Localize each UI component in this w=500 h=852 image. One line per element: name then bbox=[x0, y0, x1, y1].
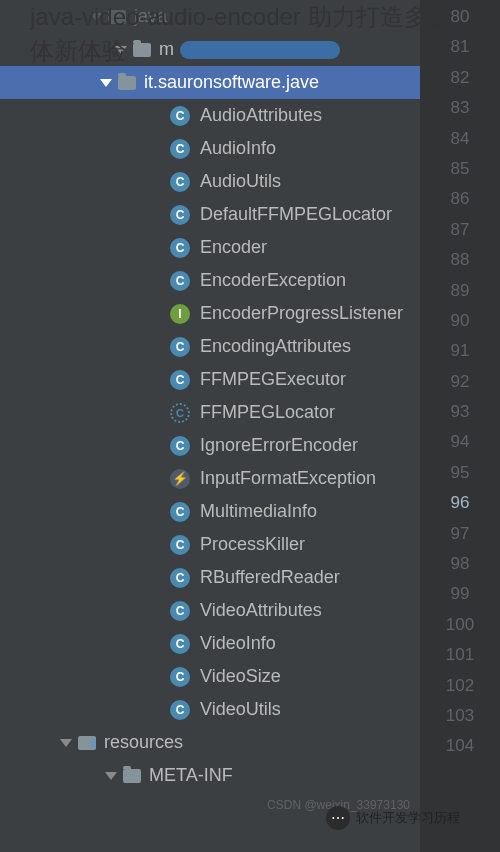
class-icon: C bbox=[170, 568, 190, 588]
folder-label: resources bbox=[104, 732, 183, 753]
class-label: DefaultFFMPEGLocator bbox=[200, 204, 392, 225]
class-label: InputFormatException bbox=[200, 468, 376, 489]
tree-class-item[interactable]: IEncoderProgressListener bbox=[0, 297, 420, 330]
class-label: ProcessKiller bbox=[200, 534, 305, 555]
class-icon: C bbox=[170, 535, 190, 555]
class-label: VideoInfo bbox=[200, 633, 276, 654]
line-number: 85 bbox=[420, 154, 500, 184]
class-icon: C bbox=[170, 436, 190, 456]
line-number: 82 bbox=[420, 63, 500, 93]
line-number: 84 bbox=[420, 124, 500, 154]
line-number: 89 bbox=[420, 276, 500, 306]
folder-label: META-INF bbox=[149, 765, 233, 786]
tree-class-item[interactable]: CFFMPEGLocator bbox=[0, 396, 420, 429]
class-icon: C bbox=[170, 172, 190, 192]
line-number: 92 bbox=[420, 367, 500, 397]
folder-icon bbox=[123, 769, 141, 783]
exception-icon: ⚡ bbox=[170, 469, 190, 489]
wechat-label: 软件开发学习历程 bbox=[356, 809, 460, 827]
class-icon: C bbox=[170, 502, 190, 522]
project-tree: java m it.sauronsoftware.jave CAudioAttr… bbox=[0, 0, 420, 852]
article-title-overlay: java-video-audio-encoder 助力打造多媒体新体验 bbox=[30, 0, 470, 67]
class-icon: C bbox=[170, 601, 190, 621]
abstract-icon: C bbox=[170, 403, 190, 423]
class-label: AudioAttributes bbox=[200, 105, 322, 126]
tree-class-item[interactable]: ⚡InputFormatException bbox=[0, 462, 420, 495]
line-number: 104 bbox=[420, 731, 500, 761]
class-label: EncoderException bbox=[200, 270, 346, 291]
tree-folder-meta-inf[interactable]: META-INF bbox=[0, 759, 420, 792]
class-icon: C bbox=[170, 700, 190, 720]
tree-class-item[interactable]: CVideoUtils bbox=[0, 693, 420, 726]
class-label: EncodingAttributes bbox=[200, 336, 351, 357]
tree-class-item[interactable]: CEncoder bbox=[0, 231, 420, 264]
class-label: VideoUtils bbox=[200, 699, 281, 720]
chevron-down-icon bbox=[60, 739, 72, 747]
class-label: EncoderProgressListener bbox=[200, 303, 403, 324]
tree-class-item[interactable]: CRBufferedReader bbox=[0, 561, 420, 594]
tree-folder-resources[interactable]: resources bbox=[0, 726, 420, 759]
class-icon: C bbox=[170, 106, 190, 126]
tree-class-item[interactable]: CMultimediaInfo bbox=[0, 495, 420, 528]
class-icon: C bbox=[170, 337, 190, 357]
package-label: it.sauronsoftware.jave bbox=[144, 72, 319, 93]
tree-class-item[interactable]: CAudioAttributes bbox=[0, 99, 420, 132]
tree-package-selected[interactable]: it.sauronsoftware.jave bbox=[0, 66, 420, 99]
line-number: 88 bbox=[420, 245, 500, 275]
line-number: 99 bbox=[420, 579, 500, 609]
tree-class-item[interactable]: CEncodingAttributes bbox=[0, 330, 420, 363]
chevron-down-icon bbox=[105, 772, 117, 780]
editor-gutter: 8081828384858687888990919293949596979899… bbox=[420, 0, 500, 852]
package-icon bbox=[118, 76, 136, 90]
tree-class-item[interactable]: CAudioInfo bbox=[0, 132, 420, 165]
line-number: 93 bbox=[420, 397, 500, 427]
class-label: IgnoreErrorEncoder bbox=[200, 435, 358, 456]
line-number: 83 bbox=[420, 93, 500, 123]
tree-class-item[interactable]: CVideoInfo bbox=[0, 627, 420, 660]
line-number: 95 bbox=[420, 458, 500, 488]
line-number: 94 bbox=[420, 427, 500, 457]
line-number: 91 bbox=[420, 336, 500, 366]
line-number: 86 bbox=[420, 184, 500, 214]
class-label: Encoder bbox=[200, 237, 267, 258]
class-icon: C bbox=[170, 271, 190, 291]
class-label: FFMPEGLocator bbox=[200, 402, 335, 423]
line-number: 98 bbox=[420, 549, 500, 579]
resources-folder-icon bbox=[78, 736, 96, 750]
interface-icon: I bbox=[170, 304, 190, 324]
tree-class-item[interactable]: CVideoSize bbox=[0, 660, 420, 693]
line-number: 100 bbox=[420, 610, 500, 640]
wechat-badge: ⋯ 软件开发学习历程 bbox=[326, 806, 460, 830]
class-label: RBufferedReader bbox=[200, 567, 340, 588]
line-number: 97 bbox=[420, 519, 500, 549]
chevron-down-icon bbox=[100, 79, 112, 87]
line-number: 102 bbox=[420, 671, 500, 701]
tree-class-item[interactable]: CDefaultFFMPEGLocator bbox=[0, 198, 420, 231]
tree-class-item[interactable]: CVideoAttributes bbox=[0, 594, 420, 627]
class-icon: C bbox=[170, 634, 190, 654]
tree-class-item[interactable]: CAudioUtils bbox=[0, 165, 420, 198]
line-number: 87 bbox=[420, 215, 500, 245]
wechat-icon: ⋯ bbox=[326, 806, 350, 830]
class-icon: C bbox=[170, 370, 190, 390]
class-label: AudioUtils bbox=[200, 171, 281, 192]
tree-class-item[interactable]: CFFMPEGExecutor bbox=[0, 363, 420, 396]
class-icon: C bbox=[170, 205, 190, 225]
tree-class-item[interactable]: CProcessKiller bbox=[0, 528, 420, 561]
line-number: 103 bbox=[420, 701, 500, 731]
class-icon: C bbox=[170, 139, 190, 159]
class-icon: C bbox=[170, 667, 190, 687]
class-label: FFMPEGExecutor bbox=[200, 369, 346, 390]
tree-class-item[interactable]: CIgnoreErrorEncoder bbox=[0, 429, 420, 462]
class-icon: C bbox=[170, 238, 190, 258]
class-label: MultimediaInfo bbox=[200, 501, 317, 522]
line-number: 90 bbox=[420, 306, 500, 336]
tree-class-item[interactable]: CEncoderException bbox=[0, 264, 420, 297]
line-number: 101 bbox=[420, 640, 500, 670]
line-number: 96 bbox=[420, 488, 500, 518]
class-label: AudioInfo bbox=[200, 138, 276, 159]
class-label: VideoAttributes bbox=[200, 600, 322, 621]
class-label: VideoSize bbox=[200, 666, 281, 687]
